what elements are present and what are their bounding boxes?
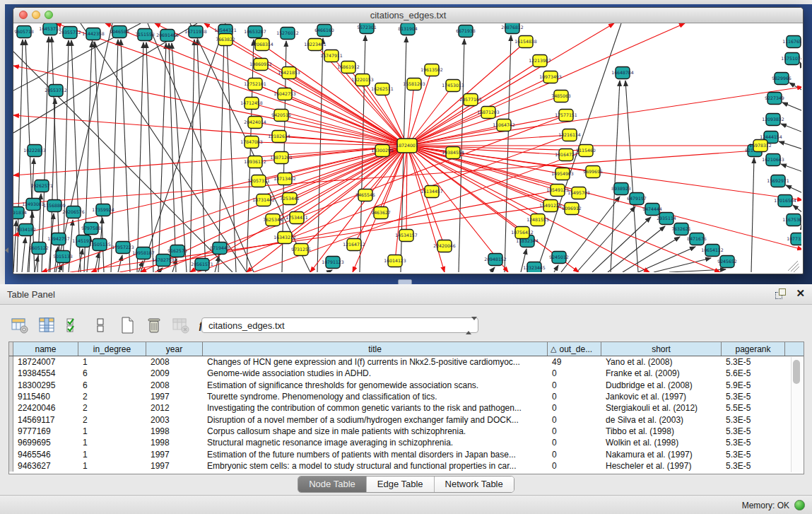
- red-edge[interactable]: [13, 66, 407, 146]
- black-edge[interactable]: [360, 35, 365, 272]
- black-edge[interactable]: [29, 158, 34, 272]
- network-window[interactable]: citations_edges.txt 96057181645371820355…: [13, 7, 804, 274]
- red-edge[interactable]: [406, 146, 407, 235]
- graph-node[interactable]: 17359924: [92, 204, 114, 216]
- graph-node[interactable]: 17957223: [112, 242, 134, 254]
- graph-node[interactable]: 2935114: [657, 213, 676, 225]
- black-edge[interactable]: [793, 205, 801, 213]
- graph-node[interactable]: 8938923: [611, 183, 631, 195]
- black-edge[interactable]: [623, 237, 680, 272]
- column-header-out-de-[interactable]: △out_de...: [548, 342, 601, 356]
- graph-node[interactable]: 12323445: [523, 262, 546, 273]
- black-edge[interactable]: [190, 40, 194, 272]
- black-edge[interactable]: [17, 40, 23, 272]
- table-row[interactable]: 1938455462009Genome-wide association stu…: [9, 368, 804, 379]
- select-columns-icon[interactable]: [64, 315, 83, 335]
- graph-node[interactable]: 18713402: [273, 173, 296, 185]
- graph-node[interactable]: 9829966: [772, 73, 792, 85]
- graph-node[interactable]: 20948152: [484, 254, 507, 266]
- graph-node[interactable]: 16262511: [371, 83, 394, 95]
- graph-node[interactable]: 16014123: [384, 255, 406, 267]
- graph-node[interactable]: 9474444: [642, 204, 662, 216]
- table-vertical-scrollbar[interactable]: [791, 357, 802, 472]
- table-row[interactable]: 1830029562008Estimation of significance …: [9, 380, 804, 391]
- float-panel-icon[interactable]: [775, 288, 786, 299]
- graph-node[interactable]: 19613502: [420, 64, 443, 76]
- graph-node[interactable]: 9420516: [271, 110, 291, 122]
- network-graph[interactable]: 9605718164537182035571211442358904658371…: [13, 23, 801, 272]
- tab-edge-table[interactable]: Edge Table: [367, 477, 435, 492]
- tab-node-table[interactable]: Node Table: [298, 477, 367, 492]
- graph-node[interactable]: 9731255: [291, 244, 311, 256]
- graph-node[interactable]: 15276012: [276, 28, 299, 40]
- black-edge[interactable]: [781, 164, 801, 172]
- graph-node[interactable]: 7663822: [216, 34, 235, 46]
- graph-node[interactable]: 11675309: [782, 214, 801, 226]
- graph-node[interactable]: 10654112: [701, 245, 724, 257]
- red-edge[interactable]: [70, 206, 551, 272]
- graph-node[interactable]: 17577151: [555, 110, 577, 122]
- graph-node[interactable]: 6466160: [314, 25, 334, 37]
- graph-node[interactable]: 16711938: [184, 26, 207, 38]
- graph-node[interactable]: 12213987: [529, 55, 551, 67]
- graph-node[interactable]: 10791123: [322, 257, 344, 269]
- graph-node[interactable]: 8131904: [398, 23, 418, 35]
- graph-node[interactable]: 12164712: [343, 239, 365, 251]
- graph-node[interactable]: 13216134: [558, 129, 581, 141]
- red-edge[interactable]: [297, 146, 407, 218]
- table-row[interactable]: 1456911722003Disruption of a novel membe…: [9, 414, 804, 425]
- graph-node[interactable]: 8471676: [687, 233, 707, 245]
- graph-node[interactable]: 10973493: [539, 71, 562, 83]
- new-column-icon[interactable]: [117, 315, 137, 335]
- black-edge[interactable]: [782, 103, 801, 111]
- column-header-pagerank[interactable]: pagerank: [722, 342, 785, 356]
- black-edge[interactable]: [781, 124, 801, 132]
- table-row[interactable]: 977716911998Corpus callosum shape and si…: [9, 426, 804, 437]
- black-edge[interactable]: [69, 220, 73, 272]
- graph-node[interactable]: 16154838: [514, 36, 537, 48]
- table-mode-icon[interactable]: [10, 315, 30, 335]
- graph-node[interactable]: 9162573: [167, 245, 187, 257]
- black-edge[interactable]: [28, 212, 33, 272]
- graph-node[interactable]: 9699695: [583, 166, 603, 178]
- black-edge[interactable]: [611, 81, 620, 272]
- graph-node[interactable]: 9605718: [14, 26, 34, 38]
- table-row[interactable]: 911546021997Tourette syndrome. Phenomeno…: [9, 391, 804, 402]
- graph-node[interactable]: 7253441: [280, 193, 300, 205]
- graph-node[interactable]: 15581203: [403, 78, 425, 90]
- network-canvas[interactable]: 9605718164537182035571211442358904658371…: [13, 23, 801, 272]
- table-chooser-dropdown[interactable]: citations_edges.txt: [201, 317, 478, 333]
- graph-node[interactable]: 11167658: [782, 36, 801, 48]
- black-edge[interactable]: [172, 43, 187, 272]
- graph-node[interactable]: 5015133: [53, 251, 73, 263]
- graph-node[interactable]: 20206576: [62, 206, 85, 218]
- row-panel-icon[interactable]: [90, 315, 110, 335]
- graph-node[interactable]: 9465546: [355, 189, 375, 201]
- graph-node[interactable]: 10773123: [787, 233, 801, 245]
- graph-node[interactable]: 11442358: [82, 28, 105, 40]
- graph-node[interactable]: 8096912: [562, 203, 582, 215]
- graph-node[interactable]: 16648784: [611, 67, 634, 79]
- graph-node[interactable]: 11064742: [493, 119, 515, 132]
- graph-node[interactable]: 18731442: [252, 194, 275, 206]
- graph-node[interactable]: 22068314: [251, 39, 273, 51]
- black-edge[interactable]: [121, 40, 130, 272]
- graph-node[interactable]: 15134457: [420, 186, 443, 198]
- graph-node[interactable]: 9463627: [371, 207, 391, 219]
- tab-network-table[interactable]: Network Table: [435, 477, 514, 492]
- graph-node[interactable]: 10958187: [132, 247, 155, 259]
- graph-node[interactable]: 6479197: [627, 193, 647, 205]
- graph-node[interactable]: 17847083: [240, 136, 263, 148]
- graph-node[interactable]: 9605122: [29, 243, 49, 255]
- graph-node[interactable]: 18724007: [396, 139, 418, 153]
- graph-node[interactable]: 9797588: [81, 223, 101, 235]
- graph-node[interactable]: 20876812: [501, 23, 524, 34]
- graph-node[interactable]: 10222833: [23, 145, 46, 157]
- red-edge[interactable]: [407, 146, 558, 190]
- graph-node[interactable]: 15491223: [539, 200, 562, 212]
- black-edge[interactable]: [554, 265, 558, 272]
- graph-node[interactable]: 9227349: [765, 93, 784, 105]
- graph-node[interactable]: 20691406: [156, 30, 179, 42]
- black-edge[interactable]: [328, 270, 332, 272]
- graph-node[interactable]: 17534411: [286, 212, 308, 224]
